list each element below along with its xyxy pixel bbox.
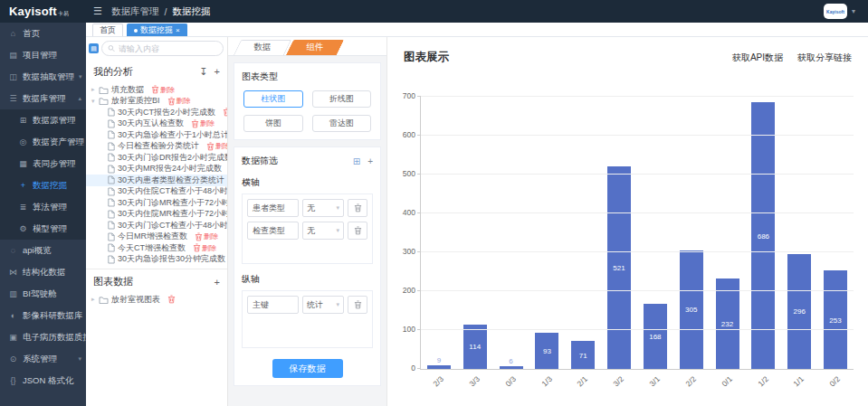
caret-down-icon[interactable]: ▾ (91, 98, 99, 105)
close-icon[interactable]: × (176, 27, 180, 34)
add-chart-data-icon[interactable]: + (215, 277, 220, 288)
get-api-data-link[interactable]: 获取API数据 (732, 52, 783, 64)
page-tab-0[interactable]: 首页 (92, 24, 123, 36)
chart-type-button[interactable]: 雷达图 (312, 115, 372, 132)
add-analysis-icon[interactable]: + (215, 66, 220, 78)
axis-trash-button[interactable] (348, 296, 367, 314)
chart-type-button[interactable]: 饼图 (243, 115, 303, 132)
config-tab-component[interactable]: 组件 (290, 40, 340, 55)
caret-right-icon[interactable]: ▸ (91, 296, 99, 303)
axis-agg-value: 无 (307, 225, 315, 237)
axis-agg-select[interactable]: 统计▾ (302, 296, 344, 314)
bar: 9 (427, 365, 451, 369)
axis-field[interactable]: 检查类型 (247, 222, 299, 240)
sidebar-item-structured-data[interactable]: ⋈结构化数据 (0, 261, 86, 283)
tree-item[interactable]: 今日MR增强检查数删除 (86, 231, 227, 243)
breadcrumb-item[interactable]: 数据库管理 (111, 5, 159, 18)
chart-type-button[interactable]: 折线图 (312, 90, 372, 108)
y-axis-label: 700 (403, 91, 415, 100)
y-axis-label: 0 (411, 364, 415, 373)
y-axis-tick (417, 174, 421, 175)
axis-trash-button[interactable] (348, 199, 367, 217)
sidebar-item-label: 项目管理 (23, 50, 57, 61)
sidebar-item-imaging-db[interactable]: ◐影像科研数据库 (0, 305, 86, 326)
add-filter-icon[interactable]: + (367, 156, 373, 166)
json-icon: {} (8, 376, 18, 385)
y-axis-label: 400 (403, 208, 415, 217)
file-icon (108, 153, 115, 162)
delete-link[interactable]: 删除 (195, 231, 218, 241)
y-axis-tick (417, 212, 421, 213)
axis-field[interactable]: 患者类型 (247, 199, 299, 217)
page-tab-1[interactable]: 数据挖掘× (127, 24, 187, 36)
tree-item[interactable]: ▾放射室质控BI删除 (86, 96, 227, 108)
trash-icon[interactable] (167, 295, 176, 304)
bar-slot: 60/3 (493, 97, 529, 369)
tree-item[interactable]: ▸放射室视图表 (86, 294, 227, 306)
sidebar-item-api-overview[interactable]: ◌api概览 (0, 240, 86, 261)
tree-item[interactable]: 30天内互认检查数删除 (86, 118, 227, 130)
caret-right-icon[interactable]: ▸ (91, 86, 99, 93)
tree-item[interactable]: 今日检查检验分类统计删除 (86, 141, 227, 153)
sidebar-item-emr-quality[interactable]: ▣电子病历数据质控 (0, 326, 86, 348)
axis-agg-select[interactable]: 无▾ (302, 222, 344, 240)
save-data-button[interactable]: 保存数据 (272, 359, 343, 378)
tree-item[interactable]: 30天内住院MR检查小于72小时总计 (86, 209, 227, 221)
sidebar-item-data-mining[interactable]: +数据挖掘 (0, 175, 86, 196)
sidebar-item-data-asset[interactable]: ◎数据资产管理 (0, 131, 86, 153)
delete-link[interactable]: 删除 (151, 85, 175, 95)
table-sync-icon: ▦ (18, 159, 28, 168)
sidebar-item-database[interactable]: ☰数据库管理▴ (0, 88, 86, 109)
chevron-down-icon[interactable]: ▾ (852, 7, 855, 15)
delete-link[interactable]: 删除 (206, 141, 228, 151)
tree-item[interactable]: 30天内门诊CT检查小于48小时总计 (86, 220, 227, 231)
get-share-link[interactable]: 获取分享链接 (797, 52, 852, 64)
tree-item[interactable]: 30天内患者类型检查分类统计 (86, 175, 227, 186)
tree-item[interactable]: 30天内MR报告24小时完成数 (86, 164, 227, 175)
sidebar-item-label: 系统管理 (23, 354, 57, 365)
sidebar-item-model[interactable]: ⚙模型管理 (0, 218, 86, 240)
tree-item[interactable]: 30天内急诊检查小于1小时总计 (86, 129, 227, 141)
tree-item[interactable]: 30天内门诊DR报告2小时完成数 (86, 152, 227, 164)
sidebar-item-bi-cockpit[interactable]: ▥BI驾驶舱 (0, 283, 86, 305)
bar: 521 (607, 166, 631, 369)
axis-field[interactable]: 主键 (247, 296, 299, 314)
tree-item[interactable]: ▸填充数据删除 (86, 84, 227, 96)
y-axis-tick (417, 290, 421, 291)
panel-toggle-icon[interactable]: ▤ (89, 43, 99, 53)
sidebar-item-algorithm[interactable]: ≣算法管理 (0, 196, 86, 218)
sidebar-item-home[interactable]: ⌂首页 (0, 23, 86, 44)
sidebar-item-datasource[interactable]: ⊞数据源管理 (0, 109, 86, 131)
delete-link[interactable]: 删除 (193, 243, 216, 253)
delete-link[interactable]: 删除 (191, 118, 215, 128)
sidebar-item-data-extract[interactable]: ◫数据抽取管理▾ (0, 66, 86, 88)
filter-icon[interactable]: ⊞ (353, 156, 360, 166)
bar: 296 (787, 254, 811, 369)
tree-item-label: 30天内MR报告24小时完成数 (118, 163, 222, 175)
bar-slot: 2961/1 (781, 97, 817, 369)
tree-item-label: 30天内住院CT检查小于48小时总计 (118, 185, 228, 197)
chart-type-button[interactable]: 柱状图 (243, 90, 303, 108)
sidebar-item-table-sync[interactable]: ▦表同步管理 (0, 153, 86, 175)
tree-item[interactable]: 30天内住院CT检查小于48小时总计 (86, 186, 227, 198)
axis-agg-select[interactable]: 无▾ (302, 199, 344, 217)
x-axis-label: 3/1 (644, 372, 655, 384)
sidebar-item-json-format[interactable]: {}JSON 格式化 (0, 370, 86, 392)
sidebar-item-system[interactable]: ⊙系统管理▾ (0, 348, 86, 370)
avatar[interactable]: Kayisoft (824, 4, 847, 19)
delete-link[interactable]: 删除 (167, 96, 191, 106)
bar-value-label: 168 (649, 332, 661, 340)
sidebar-item-project[interactable]: ▤项目管理 (0, 44, 86, 66)
data-filter-card: 数据筛选 ⊞ + 横轴 患者类型无▾检查类型无▾ 纵轴 主键统计▾ 保存数据 (234, 146, 381, 386)
bar-value-label: 114 (469, 343, 481, 351)
tree-item[interactable]: 30天内门诊MR检查小于72小时总计 (86, 197, 227, 209)
import-icon[interactable]: ↧ (199, 66, 207, 78)
search-input[interactable] (119, 44, 217, 53)
chevron-down-icon: ▾ (336, 301, 339, 308)
tree-item[interactable]: 今天CT增强检查数删除 (86, 242, 227, 254)
tree-item[interactable]: 30天内急诊报告30分钟完成数 (86, 254, 227, 266)
axis-trash-button[interactable] (348, 222, 367, 240)
config-tab-data[interactable]: 数据 (237, 40, 288, 55)
hamburger-icon[interactable]: ☰ (93, 5, 102, 17)
tree-item[interactable]: 30天内CT报告2小时完成数删除 (86, 107, 227, 118)
